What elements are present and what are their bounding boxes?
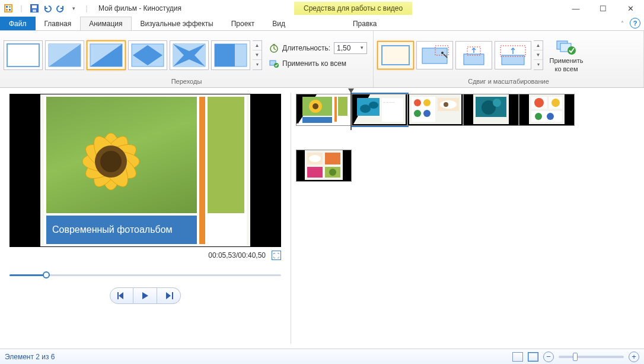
- tab-home[interactable]: Главная: [36, 17, 81, 30]
- duration-label: Длительность:: [282, 44, 330, 52]
- svg-rect-9: [7, 44, 39, 67]
- svg-point-63: [369, 102, 378, 109]
- playhead[interactable]: [350, 91, 352, 130]
- apply-to-all-inline[interactable]: Применить ко всем: [269, 59, 367, 68]
- duration-input[interactable]: 1,50 ▼: [334, 42, 367, 54]
- status-bar: Элемент 2 из 6 − +: [0, 349, 644, 364]
- prev-frame-button[interactable]: [110, 287, 133, 304]
- svg-rect-31: [464, 54, 484, 65]
- preview-side-panel: [208, 97, 244, 213]
- zoom-slider[interactable]: [559, 356, 624, 358]
- svg-rect-57: [338, 97, 347, 116]
- minimize-button[interactable]: —: [562, 0, 589, 17]
- svg-rect-56: [334, 97, 337, 122]
- duration-icon: [269, 43, 279, 53]
- storyboard-clip[interactable]: [296, 94, 352, 126]
- svg-point-87: [535, 113, 542, 120]
- chevron-down-icon[interactable]: ▼: [359, 45, 364, 50]
- svg-marker-48: [142, 292, 148, 299]
- svg-rect-50: [172, 292, 173, 299]
- group-transitions-label: Переходы: [4, 77, 369, 86]
- svg-rect-5: [9, 9, 11, 11]
- svg-rect-28: [422, 48, 447, 64]
- ribbon: ▲ ▼ ▾ Длительность: 1,50 ▼: [0, 31, 644, 88]
- tab-project[interactable]: Проект: [222, 17, 264, 30]
- gallery-down-icon[interactable]: ▼: [253, 50, 262, 60]
- gallery-up-icon[interactable]: ▲: [534, 41, 543, 50]
- undo-icon[interactable]: [42, 2, 53, 14]
- panzoom-up-large[interactable]: [495, 41, 531, 69]
- apply-to-all-button[interactable]: Применить ко всем: [546, 37, 587, 74]
- ribbon-collapse-icon[interactable]: ˄: [617, 18, 627, 29]
- preview-image: [46, 97, 197, 213]
- close-button[interactable]: ✕: [617, 0, 644, 17]
- seek-slider[interactable]: [9, 271, 281, 279]
- transition-cross[interactable]: [170, 40, 209, 70]
- svg-point-88: [547, 113, 554, 120]
- main-area: Современный фотоальбом 00:05,53/00:40,50…: [0, 88, 644, 349]
- title-bar: | ▾ | Мой фильм - Киностудия Средства дл…: [0, 0, 644, 17]
- view-mode-storyboard[interactable]: [528, 352, 538, 362]
- transitions-gallery-scroll[interactable]: ▲ ▼ ▾: [253, 40, 262, 70]
- svg-point-55: [313, 103, 318, 109]
- play-button[interactable]: [133, 287, 157, 304]
- apply-all-icon: [556, 38, 576, 56]
- storyboard-clip[interactable]: [296, 150, 352, 182]
- save-icon[interactable]: [28, 2, 40, 14]
- gallery-up-icon[interactable]: ▲: [253, 41, 262, 50]
- svg-point-96: [329, 169, 336, 176]
- storyboard: — — — —: [291, 88, 644, 349]
- gallery-more-icon[interactable]: ▾: [534, 60, 543, 69]
- svg-rect-94: [307, 167, 323, 178]
- transition-crossfade[interactable]: [45, 40, 84, 70]
- redo-icon[interactable]: [55, 2, 66, 14]
- playback-controls: [110, 287, 181, 304]
- quick-access-toolbar: | ▾ |: [0, 2, 95, 14]
- gallery-more-icon[interactable]: ▾: [253, 60, 262, 69]
- svg-rect-23: [215, 44, 235, 67]
- zoom-in-button[interactable]: +: [629, 352, 639, 362]
- group-panzoom-label: Сдвиг и масштабирование: [377, 77, 640, 86]
- storyboard-clip[interactable]: [463, 94, 519, 126]
- zoom-out-button[interactable]: −: [543, 352, 554, 362]
- ribbon-tabs: Файл Главная Анимация Визуальные эффекты…: [0, 17, 644, 31]
- svg-point-71: [423, 110, 431, 117]
- transition-diamond[interactable]: [128, 40, 167, 70]
- tab-file[interactable]: Файл: [0, 17, 36, 30]
- svg-point-92: [309, 155, 321, 162]
- status-item-text: Элемент 2 из 6: [5, 353, 55, 361]
- view-mode-thumbnails[interactable]: [512, 352, 523, 362]
- preview-pane: Современный фотоальбом 00:05,53/00:40,50…: [0, 88, 291, 349]
- tab-animation[interactable]: Анимация: [80, 17, 131, 30]
- storyboard-clip[interactable]: — — — —: [352, 94, 407, 126]
- preview-monitor: Современный фотоальбом: [9, 94, 281, 247]
- transition-none[interactable]: [4, 40, 43, 70]
- panzoom-auto[interactable]: [416, 41, 453, 69]
- gallery-down-icon[interactable]: ▼: [534, 50, 543, 60]
- transition-diagonal[interactable]: [87, 40, 126, 70]
- panzoom-up-small[interactable]: [455, 41, 492, 69]
- svg-marker-49: [166, 292, 171, 299]
- tab-edit[interactable]: Правка: [344, 17, 386, 30]
- fullscreen-icon[interactable]: ⛶: [272, 251, 281, 260]
- next-frame-button[interactable]: [157, 287, 181, 304]
- transition-wipe[interactable]: [211, 40, 250, 70]
- preview-slide: Современный фотоальбом: [40, 94, 250, 246]
- panzoom-gallery-scroll[interactable]: ▲ ▼ ▾: [534, 40, 543, 70]
- svg-rect-93: [325, 153, 340, 164]
- svg-point-70: [414, 110, 421, 117]
- storyboard-clip[interactable]: [519, 94, 575, 126]
- qat-dropdown-icon[interactable]: ▾: [68, 2, 79, 14]
- svg-rect-2: [6, 6, 8, 8]
- preview-accent-stripe: [199, 97, 205, 244]
- svg-rect-8: [33, 10, 36, 12]
- panzoom-none[interactable]: [377, 41, 414, 69]
- svg-point-45: [100, 151, 122, 172]
- app-icon: [2, 2, 14, 14]
- help-icon[interactable]: ?: [630, 18, 640, 29]
- svg-point-74: [444, 102, 448, 107]
- tab-view[interactable]: Вид: [263, 17, 294, 30]
- storyboard-clip[interactable]: [407, 94, 463, 126]
- tab-effects[interactable]: Визуальные эффекты: [132, 17, 222, 30]
- maximize-button[interactable]: ☐: [589, 0, 617, 17]
